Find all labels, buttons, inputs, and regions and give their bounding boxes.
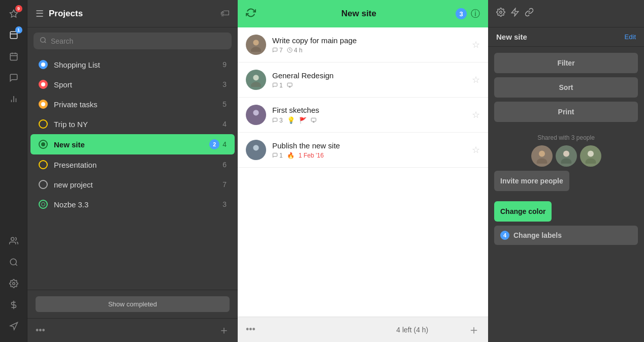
project-count: 5 xyxy=(222,100,227,108)
sidebar-title: Projects xyxy=(49,9,220,19)
task-content-3: First sketches 3 💡 🚩 xyxy=(272,106,472,124)
task-title-3: First sketches xyxy=(272,106,472,114)
right-panel-header xyxy=(488,0,644,27)
edit-button[interactable]: Edit xyxy=(625,33,636,41)
svg-point-19 xyxy=(253,75,259,80)
add-project-button[interactable]: ＋ xyxy=(218,323,230,338)
people-nav-icon[interactable] xyxy=(4,231,23,251)
print-button[interactable]: Print xyxy=(494,102,638,122)
svg-line-11 xyxy=(15,264,17,265)
projects-sidebar: ☰ Projects 🏷 Shopping List 9 Sport 3 Pri… xyxy=(27,0,238,342)
svg-point-9 xyxy=(11,237,14,240)
change-labels-text: Change labels xyxy=(513,231,562,239)
project-item-trip-to-ny[interactable]: Trip to NY 4 xyxy=(30,114,235,134)
search-input[interactable] xyxy=(51,37,226,45)
right-header-gear-icon[interactable] xyxy=(496,8,505,19)
task-title-1: Write copy for main page xyxy=(272,36,472,45)
svg-rect-21 xyxy=(287,83,292,86)
shared-avatar-3[interactable] xyxy=(580,145,601,167)
project-name: Presentation xyxy=(54,161,222,169)
megaphone-nav-icon[interactable] xyxy=(4,317,23,336)
task-star-4[interactable]: ☆ xyxy=(472,144,480,156)
task-meta-2: 1 xyxy=(272,82,472,89)
task-list: Write copy for main page 7 4 h ☆ xyxy=(238,27,488,317)
svg-point-36 xyxy=(561,159,571,164)
task-star-3[interactable]: ☆ xyxy=(472,109,480,120)
svg-rect-26 xyxy=(311,118,316,121)
svg-rect-1 xyxy=(10,32,17,39)
project-item-new-site[interactable]: New site 2 4 xyxy=(30,134,235,154)
chart-nav-icon[interactable] xyxy=(4,89,23,109)
project-name: Nozbe 3.3 xyxy=(54,200,222,209)
svg-line-15 xyxy=(45,42,46,43)
project-dot-yellow-ring-2 xyxy=(39,160,48,169)
shared-avatar-2[interactable] xyxy=(556,145,577,167)
comment-count-2: 1 xyxy=(272,82,283,89)
task-content-1: Write copy for main page 7 4 h xyxy=(272,36,472,54)
calendar-nav-icon[interactable] xyxy=(4,47,23,66)
search-bar[interactable] xyxy=(34,33,232,49)
svg-point-12 xyxy=(12,283,15,285)
task-title-4: Publish the new site xyxy=(272,141,472,150)
task-item-write-copy[interactable]: Write copy for main page 7 4 h ☆ xyxy=(238,27,488,63)
search-nav-icon[interactable] xyxy=(4,253,23,272)
project-dot-blue xyxy=(39,60,48,69)
svg-point-35 xyxy=(563,151,569,157)
shared-avatars xyxy=(494,145,638,167)
tag-icon[interactable]: 🏷 xyxy=(220,8,230,19)
refresh-icon[interactable] xyxy=(246,8,256,20)
add-task-button[interactable]: ＋ xyxy=(468,322,480,338)
inbox-nav-icon[interactable]: 1 xyxy=(4,25,23,45)
right-header-bolt-icon[interactable] xyxy=(510,8,520,19)
task-star-2[interactable]: ☆ xyxy=(472,74,480,85)
monitor-icon-3 xyxy=(311,117,316,123)
project-dot-yellow-ring xyxy=(39,119,48,129)
project-item-nozbe33[interactable]: Nozbe 3.3 3 xyxy=(30,195,235,214)
show-completed-button[interactable]: Show completed xyxy=(36,296,230,312)
flag-icon-3: 🚩 xyxy=(299,117,307,124)
right-header-link-icon[interactable] xyxy=(525,8,534,19)
task-avatar-4 xyxy=(246,140,266,160)
filter-button[interactable]: Filter xyxy=(494,53,638,73)
change-labels-button[interactable]: 4 Change labels xyxy=(494,226,638,245)
task-more-options[interactable]: ••• xyxy=(246,324,357,335)
project-name: Shopping List xyxy=(54,60,222,69)
project-count: 4 xyxy=(222,120,227,128)
right-project-title: New site xyxy=(496,33,625,41)
sidebar-header: ☰ Projects 🏷 xyxy=(27,0,238,27)
project-item-new-project[interactable]: new project 7 xyxy=(30,175,235,194)
svg-point-37 xyxy=(588,151,594,157)
fire-icon-4: 🔥 xyxy=(287,152,295,159)
bulb-icon-3: 💡 xyxy=(287,116,295,124)
star-nav-icon[interactable]: 9 xyxy=(4,4,23,23)
task-item-first-sketches[interactable]: First sketches 3 💡 🚩 ☆ xyxy=(238,98,488,133)
project-item-private-tasks[interactable]: Private tasks 5 xyxy=(30,95,235,114)
svg-rect-2 xyxy=(10,53,17,60)
change-color-button[interactable]: Change color xyxy=(494,201,552,222)
svg-point-14 xyxy=(41,38,45,42)
chat-nav-icon[interactable] xyxy=(4,68,23,87)
task-star-1[interactable]: ☆ xyxy=(472,39,480,50)
sidebar-footer: Show completed xyxy=(27,290,238,318)
project-item-presentation[interactable]: Presentation 6 xyxy=(30,155,235,174)
step-badge-2: 2 xyxy=(209,139,219,149)
task-avatar-3 xyxy=(246,105,266,125)
project-dot-red xyxy=(39,80,48,89)
project-item-shopping-list[interactable]: Shopping List 9 xyxy=(30,55,235,74)
task-item-publish[interactable]: Publish the new site 1 🔥 1 Feb '16 ☆ xyxy=(238,133,488,168)
shared-avatar-1[interactable] xyxy=(531,145,553,167)
task-item-general-redesign[interactable]: General Redesign 1 ☆ xyxy=(238,63,488,98)
dollar-nav-icon[interactable] xyxy=(4,295,23,315)
settings-nav-icon[interactable] xyxy=(4,274,23,293)
sort-button[interactable]: Sort xyxy=(494,77,638,98)
more-options-button[interactable]: ••• xyxy=(36,325,218,336)
project-item-sport[interactable]: Sport 3 xyxy=(30,75,235,94)
project-count: 7 xyxy=(222,180,227,189)
due-date-4: 1 Feb '16 xyxy=(299,152,324,159)
shared-title: Shared with 3 people xyxy=(494,134,638,141)
project-name: New site xyxy=(54,140,209,149)
invite-people-button[interactable]: Invite more people xyxy=(494,171,569,191)
svg-point-34 xyxy=(536,159,547,164)
info-icon[interactable]: ⓘ xyxy=(471,8,480,20)
shared-section: Shared with 3 people Invite more people xyxy=(488,128,644,201)
